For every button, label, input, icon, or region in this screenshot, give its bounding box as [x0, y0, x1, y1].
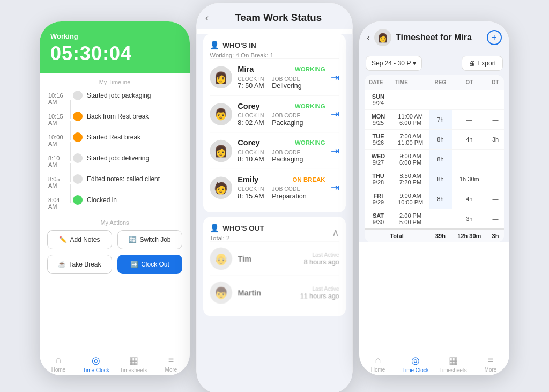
person-avatar: 👩 — [210, 66, 232, 88]
team-status-header: ‹ Team Work Status — [196, 3, 352, 29]
nav-label: More — [485, 367, 497, 373]
clock-in-time: 8: 10 AM — [238, 156, 264, 164]
total-reg: 39h — [429, 229, 451, 242]
total-dt: 3h — [487, 229, 504, 242]
chevron-down-icon: ▾ — [413, 60, 416, 67]
out-person-info: Martin — [238, 287, 294, 298]
cell-time: 8:50 AM7:20 PM — [392, 169, 429, 189]
switch-arrow-icon[interactable]: ⇥ — [331, 108, 339, 120]
back-button-timesheet[interactable]: ‹ — [367, 32, 370, 43]
person-detail: CLOCK IN8: 10 AM JOB CODEPackaging — [238, 149, 325, 163]
cell-ot: 1h 30m — [452, 169, 487, 189]
nav-item-timesheets[interactable]: ▦Timesheets — [115, 354, 152, 373]
nav-icon: ▦ — [129, 354, 138, 366]
col-dt: DT — [487, 75, 504, 90]
bottom-nav-timesheet: ⌂Home◎Time Clock▦Timesheets≡More — [359, 350, 509, 375]
person-icon: 👤 — [210, 41, 219, 50]
timeline-item: 8:10 AM Started job: delivering — [48, 150, 181, 171]
timesheet-table-card: DATE TIME REG OT DT SUN9/24 MON9/25 11:0… — [365, 75, 504, 242]
collapse-icon[interactable]: ∧ — [332, 226, 339, 239]
clock-out-button[interactable]: ➡️ Clock Out — [117, 255, 182, 274]
nav-icon: ≡ — [168, 354, 174, 366]
switch-job-button[interactable]: 🔄 Switch Job — [117, 230, 182, 249]
nav-label: Home — [51, 367, 66, 373]
add-notes-button[interactable]: ✏️ Add Notes — [47, 230, 112, 249]
clock-in-block: CLOCK IN8: 02 AM — [238, 113, 264, 127]
person-out-icon: 👤 — [210, 224, 219, 233]
cell-reg: 8h — [429, 150, 451, 169]
phone-employee: Working 05:30:04 My Timeline 10:16 AM St… — [40, 21, 190, 375]
timeline-dot — [73, 195, 83, 205]
cell-dt: — — [487, 169, 504, 189]
nav-item-home[interactable]: ⌂Home — [40, 354, 77, 373]
cell-ot: 4h — [452, 130, 487, 150]
timesheet-body: Sep 24 - 30 P ▾ 🖨 Export DATE TIME REG — [359, 51, 509, 242]
whos-in-sub: Working: 4 On Break: 1 — [210, 51, 339, 58]
nav-icon: ⌂ — [56, 354, 62, 366]
switch-job-label: Switch Job — [139, 236, 170, 243]
nav-item-more[interactable]: ≡More — [152, 354, 190, 373]
export-button[interactable]: 🖨 Export — [462, 56, 503, 71]
switch-arrow-icon[interactable]: ⇥ — [331, 145, 339, 157]
add-notes-label: Add Notes — [70, 236, 100, 243]
nav-item-ts-more[interactable]: ≡More — [472, 354, 509, 373]
cell-date: WED9/27 — [365, 150, 392, 169]
cell-reg — [429, 209, 451, 230]
person-status: WORKING — [295, 65, 325, 72]
timesheet-body-rows: SUN9/24 MON9/25 11:00 AM6:00 PM 7h — — T… — [365, 90, 504, 243]
phone-timesheet: ‹ 👩 Timesheet for Mira + Sep 24 - 30 P ▾… — [359, 21, 509, 375]
nav-icon: ◎ — [411, 354, 420, 366]
timesheet-title: Timesheet for Mira — [396, 33, 483, 42]
table-row: TUE9/26 7:00 AM11:00 PM 8h 4h 3h — [365, 130, 504, 150]
nav-label: More — [165, 367, 177, 373]
whos-in-person: 🧑 Emily ON BREAK CLOCK IN8: 15 AM JOB CO… — [210, 169, 339, 206]
timeline-time: 8:05 AM — [48, 174, 69, 189]
timeline-event: Started Rest break — [87, 132, 140, 141]
nav-item-ts-time-clock[interactable]: ◎Time Clock — [397, 354, 434, 373]
switch-arrow-icon[interactable]: ⇥ — [331, 71, 339, 83]
table-row: THU9/28 8:50 AM7:20 PM 8h 1h 30m — — [365, 169, 504, 189]
timeline-item: 8:04 AM Clocked in — [48, 192, 181, 213]
nav-icon: ≡ — [488, 354, 494, 366]
timesheet-header: ‹ 👩 Timesheet for Mira + — [359, 21, 509, 51]
last-active-block: Last Active11 hours ago — [300, 286, 339, 300]
person-avatar: 👨 — [210, 103, 232, 125]
clock-in-time: 7: 50 AM — [238, 82, 264, 90]
out-person-avatar: 👴 — [210, 248, 232, 270]
total-ot: 12h 30m — [452, 229, 487, 242]
scene: Working 05:30:04 My Timeline 10:16 AM St… — [40, 11, 509, 386]
nav-label: Timesheets — [120, 367, 147, 373]
add-button[interactable]: + — [487, 30, 502, 45]
job-code-block: JOB CODEPreparation — [272, 186, 307, 200]
timeline-dot — [73, 112, 83, 121]
last-active-block: Last Active8 hours ago — [304, 252, 339, 265]
person-info: Corey WORKING CLOCK IN8: 02 AM JOB CODEP… — [238, 101, 325, 127]
export-label: Export — [477, 60, 496, 67]
logout-icon: ➡️ — [130, 261, 138, 268]
date-range-label: Sep 24 - 30 P — [372, 60, 411, 67]
nav-item-ts-timesheets[interactable]: ▦Timesheets — [434, 354, 472, 373]
nav-item-time-clock[interactable]: ◎Time Clock — [77, 354, 115, 373]
whos-in-person: 👨 Corey WORKING CLOCK IN8: 02 AM JOB COD… — [210, 95, 339, 132]
timeline-dot — [73, 132, 83, 142]
take-break-button[interactable]: ☕ Take Break — [47, 255, 112, 274]
cell-reg — [429, 90, 451, 110]
working-label: Working — [50, 32, 179, 40]
nav-item-ts-home[interactable]: ⌂Home — [359, 354, 397, 373]
clock-in-block: CLOCK IN8: 15 AM — [238, 186, 264, 200]
date-range-selector[interactable]: Sep 24 - 30 P ▾ — [366, 56, 422, 71]
switch-arrow-icon[interactable]: ⇥ — [331, 181, 339, 194]
timeline-event: Started job: delivering — [87, 153, 149, 162]
table-row: MON9/25 11:00 AM6:00 PM 7h — — — [365, 110, 504, 130]
cell-dt: 3h — [487, 130, 504, 150]
back-button[interactable]: ‹ — [205, 12, 209, 24]
cell-date: SUN9/24 — [365, 90, 392, 110]
whos-in-person: 👩 Corey WORKING CLOCK IN8: 10 AM JOB COD… — [210, 132, 339, 169]
out-person-avatar: 👦 — [210, 282, 232, 304]
person-name: Corey — [238, 101, 259, 110]
person-avatar: 👩 — [210, 139, 232, 162]
timeline-dot — [73, 174, 83, 184]
cell-reg: 8h — [429, 189, 451, 209]
last-active-time: 8 hours ago — [304, 258, 339, 266]
out-person-name: Martin — [238, 288, 261, 297]
